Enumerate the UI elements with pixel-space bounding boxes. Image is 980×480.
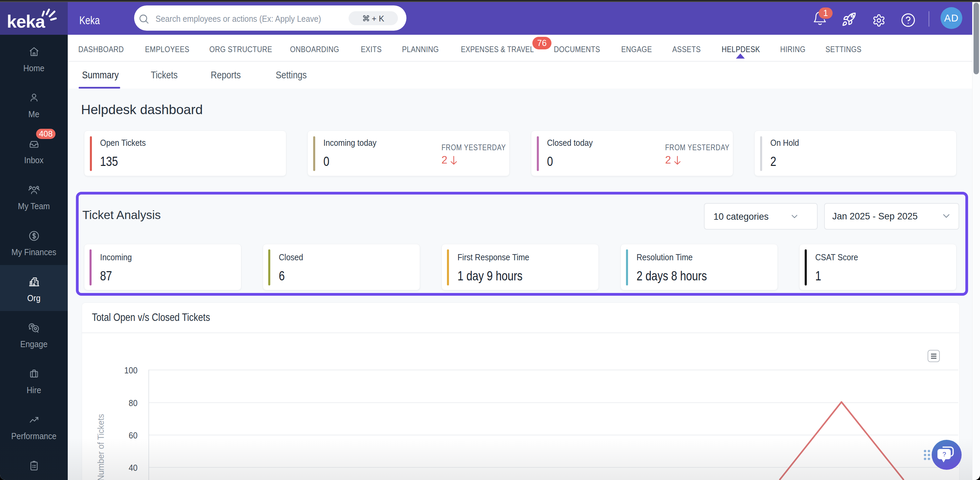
svg-text:?: ? — [943, 451, 946, 458]
